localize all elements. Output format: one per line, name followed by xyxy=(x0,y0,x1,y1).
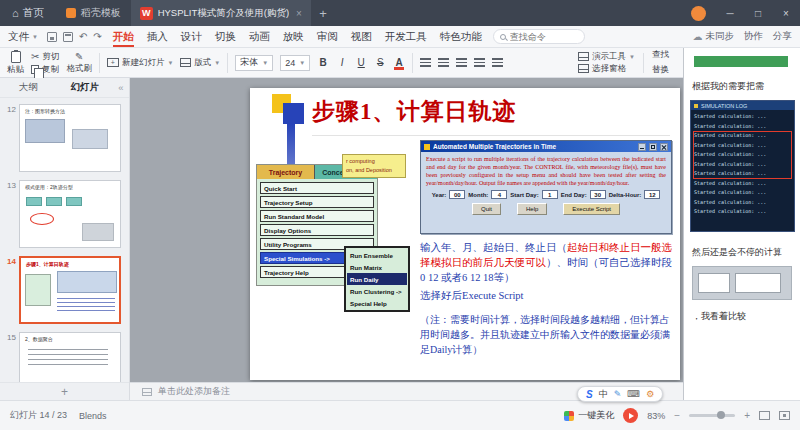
thumbnail-list: 12 注：图形转换方法 13 模式使用：2轨迹分型 xyxy=(0,98,129,382)
zoom-slider[interactable] xyxy=(689,414,735,417)
collab-button[interactable]: 协作 xyxy=(744,30,763,43)
slide-canvas[interactable]: 步骤1、计算日轨迹 Trajectory Concentration Quick… xyxy=(250,88,680,380)
line-spacing-icon[interactable] xyxy=(492,58,503,67)
find-button[interactable]: 查找 xyxy=(652,49,669,61)
dialog-fields: Year: 00 Month: 4 Start Day: 1 End Day: … xyxy=(426,190,666,199)
ribbon-tab-animation[interactable]: 动画 xyxy=(247,26,272,47)
tab-close-icon[interactable]: × xyxy=(296,8,302,19)
zoom-slider-thumb[interactable] xyxy=(717,411,725,419)
user-avatar[interactable] xyxy=(691,6,706,21)
share-button[interactable]: 分享 xyxy=(773,30,792,43)
slide-thumbnail-15[interactable]: 15 2、数据聚合 xyxy=(0,332,125,382)
paste-button[interactable]: 粘贴 xyxy=(7,51,24,74)
mini-text-lines xyxy=(57,298,115,314)
undo-icon[interactable]: ↶ xyxy=(79,31,87,42)
align-right-icon[interactable] xyxy=(456,58,467,67)
home-icon: ⌂ xyxy=(12,7,19,19)
close-button[interactable]: × xyxy=(772,0,800,26)
thumbnail-preview[interactable]: 步骤1、计算日轨迹 xyxy=(19,256,121,324)
font-name-select[interactable]: 宋体 ▼ xyxy=(235,55,273,71)
document-tab-active[interactable]: W HYSPLIT模式简介及使用(购货) × xyxy=(131,0,311,26)
align-left-icon[interactable] xyxy=(420,58,431,67)
font-size-select[interactable]: 24 ▼ xyxy=(280,55,310,71)
ribbon-tab-devtools[interactable]: 开发工具 xyxy=(383,26,429,47)
thumbnail-preview[interactable]: 注：图形转换方法 xyxy=(19,104,121,172)
slide-thumbnail-12[interactable]: 12 注：图形转换方法 xyxy=(0,104,125,172)
docer-template-tab[interactable]: 稻壳模板 xyxy=(56,0,131,26)
docer-icon xyxy=(66,8,76,18)
bold-button[interactable]: B xyxy=(317,57,329,68)
ribbon-tab-slideshow[interactable]: 放映 xyxy=(281,26,306,47)
tab-slides[interactable]: 幻灯片 xyxy=(57,81,114,94)
selection-pane-button[interactable]: 选择窗格 xyxy=(578,64,635,73)
ribbon-tab-home[interactable]: 开始 xyxy=(111,26,136,47)
zoom-out-button[interactable]: − xyxy=(674,410,680,421)
ime-logo-icon[interactable]: S xyxy=(586,389,593,400)
file-menu[interactable]: 文件 ▼ xyxy=(8,26,38,47)
redo-icon[interactable]: ↷ xyxy=(93,31,101,42)
underline-button[interactable]: U xyxy=(355,57,367,68)
new-slide-button[interactable]: + 新建幻灯片 ▼ xyxy=(107,58,173,67)
cut-button[interactable]: ✂ 剪切 xyxy=(31,52,59,62)
home-tab[interactable]: ⌂ 首页 xyxy=(0,0,56,26)
ribbon-tab-design[interactable]: 设计 xyxy=(179,26,204,47)
zoom-in-button[interactable]: + xyxy=(744,410,750,421)
dialog-close-icon xyxy=(660,143,668,151)
slide-body-text[interactable]: 输入年、月、起始日、终止日（起始日和终止日一般选择模拟日的前后几天便可以）、时间… xyxy=(420,240,674,303)
maximize-button[interactable]: □ xyxy=(744,0,772,26)
ribbon-tab-review[interactable]: 审阅 xyxy=(315,26,340,47)
ribbon-tab-insert[interactable]: 插入 xyxy=(145,26,170,47)
copy-button[interactable]: 复制 xyxy=(31,65,59,74)
tab-outline[interactable]: 大纲 xyxy=(0,81,57,94)
thumbnail-preview[interactable]: 2、数据聚合 xyxy=(19,332,121,382)
titlebar: ⌂ 首页 稻壳模板 W HYSPLIT模式简介及使用(购货) × + ─ □ × xyxy=(0,0,800,26)
slide-thumbnail-14-selected[interactable]: 14 步骤1、计算日轨迹 xyxy=(0,256,125,324)
slide-title[interactable]: 步骤1、计算日轨迹 xyxy=(312,96,517,127)
title-divider xyxy=(312,135,670,136)
strikethrough-button[interactable]: S xyxy=(374,57,386,68)
slides-panel: 大纲 幻灯片 « 12 注：图形转换方法 13 模式使用：2轨迹分型 xyxy=(0,78,130,400)
format-painter-button[interactable]: ✎ 格式刷 xyxy=(66,52,92,73)
selection-pane-icon xyxy=(578,64,589,73)
fit-window-icon[interactable] xyxy=(779,411,790,420)
minimize-button[interactable]: ─ xyxy=(716,0,744,26)
print-icon[interactable] xyxy=(63,32,73,42)
italic-button[interactable]: I xyxy=(336,57,348,68)
ribbon-tab-features[interactable]: 特色功能 xyxy=(438,26,484,47)
present-tools-button[interactable]: 演示工具 ▼ xyxy=(578,52,635,61)
layout-button[interactable]: 版式 ▼ xyxy=(180,58,220,67)
play-slideshow-button[interactable] xyxy=(623,408,638,423)
command-search[interactable] xyxy=(493,29,585,44)
menubar: 文件 ▼ ↶ ↷ 开始 插入 设计 切换 动画 放映 审阅 视图 开发工具 特色… xyxy=(0,26,800,48)
font-color-button[interactable]: A xyxy=(393,57,405,68)
ribbon-tab-transition[interactable]: 切换 xyxy=(213,26,238,47)
ribbon-tab-view[interactable]: 视图 xyxy=(349,26,374,47)
align-center-icon[interactable] xyxy=(438,58,449,67)
trajectory-dialog-graphic[interactable]: Automated Multiple Trajectories in Time … xyxy=(420,140,672,234)
bullet-list-icon[interactable] xyxy=(474,58,485,67)
slide-thumbnail-13[interactable]: 13 模式使用：2轨迹分型 xyxy=(0,180,125,248)
thumbnail-preview[interactable]: 模式使用：2轨迹分型 xyxy=(19,180,121,248)
trajectory-tab: Trajectory xyxy=(257,165,315,179)
search-icon xyxy=(500,34,506,40)
save-icon[interactable] xyxy=(47,32,57,42)
start-day-field: 1 xyxy=(542,190,558,199)
dialog-minimize-icon xyxy=(638,143,646,151)
add-slide-button[interactable]: + xyxy=(0,382,129,400)
wps-presentation-window: ⌂ 首页 稻壳模板 W HYSPLIT模式简介及使用(购货) × + ─ □ ×… xyxy=(0,0,800,430)
slide-note-text[interactable]: （注：需要时间计算，选择时间段越多越精细，但计算占用时间越多。并且轨迹建立中所输… xyxy=(420,312,670,357)
ime-pen-icon[interactable]: ✎ xyxy=(614,389,622,399)
sync-status[interactable]: ☁ 未同步 xyxy=(693,30,735,43)
month-field: 4 xyxy=(491,190,507,199)
divider xyxy=(643,53,644,73)
new-tab-button[interactable]: + xyxy=(311,6,335,21)
search-input[interactable] xyxy=(510,32,570,42)
ime-keyboard-icon[interactable]: ⌨ xyxy=(627,389,640,399)
replace-button[interactable]: 替换 xyxy=(652,64,669,76)
titlebar-right: ─ □ × xyxy=(691,0,800,26)
collapse-panel-icon[interactable]: « xyxy=(113,82,129,93)
beautify-button[interactable]: 一键美化 xyxy=(564,409,614,422)
ime-toolbox-icon[interactable]: ⚙ xyxy=(646,389,654,399)
ime-language-icon[interactable]: 中 xyxy=(599,388,608,401)
normal-view-icon[interactable] xyxy=(759,411,770,420)
